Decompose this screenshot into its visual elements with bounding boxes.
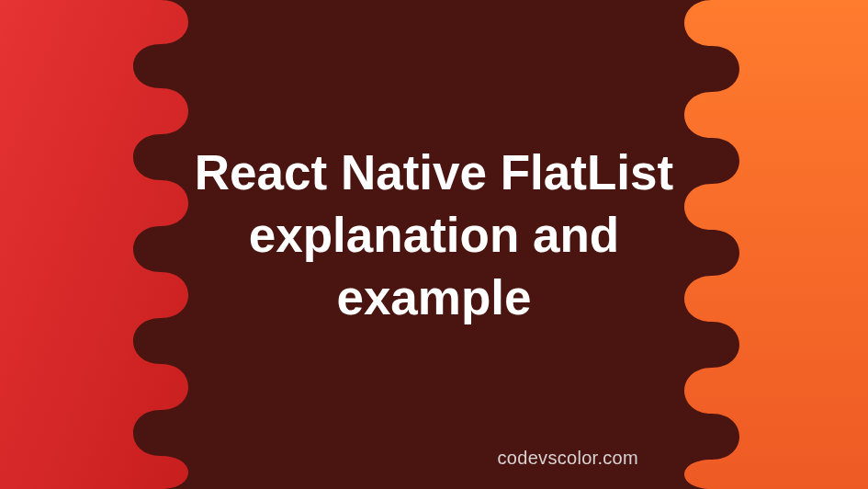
banner-container: React Native FlatList explanation and ex… xyxy=(0,0,868,489)
watermark-text: codevscolor.com xyxy=(498,448,638,469)
banner-title: React Native FlatList explanation and ex… xyxy=(177,142,692,328)
